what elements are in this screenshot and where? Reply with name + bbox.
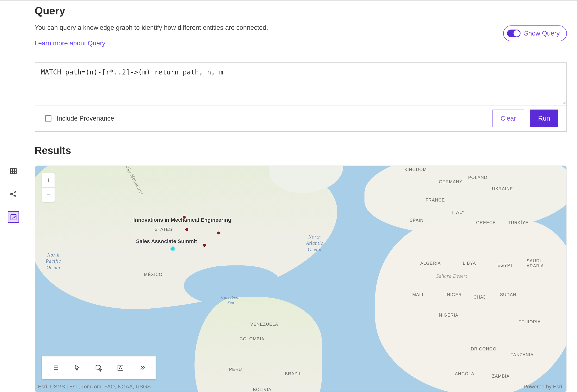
results-title: Results — [35, 145, 567, 156]
country-label: ETHIOPIA — [519, 320, 541, 325]
zoom-control: + − — [42, 173, 55, 202]
map-feature-label[interactable]: Sales Associate Summit — [136, 238, 197, 245]
top-divider — [0, 0, 577, 1]
country-label: VENEZUELA — [250, 322, 278, 327]
country-label: UKRAINE — [492, 186, 513, 192]
map-point[interactable] — [217, 231, 220, 234]
country-label: KINGDOM — [404, 167, 427, 172]
select-rect-icon — [95, 364, 103, 372]
map-edit-icon — [10, 213, 17, 221]
country-label: LIBYA — [463, 261, 476, 266]
table-icon — [10, 167, 17, 175]
page-subtitle: You can query a knowledge graph to ident… — [35, 24, 503, 32]
country-label: ITALY — [452, 210, 465, 215]
query-input[interactable] — [35, 63, 566, 104]
rail-table-view[interactable] — [8, 165, 19, 177]
toolbar-select-polygon-button[interactable] — [114, 361, 127, 374]
country-label: ZAMBIA — [492, 374, 510, 379]
country-label: SPAIN — [410, 218, 424, 223]
select-polygon-icon — [117, 364, 124, 372]
svg-point-6 — [15, 192, 16, 193]
country-label: BRAZIL — [285, 371, 301, 376]
country-label: DR CONGO — [471, 347, 497, 352]
show-query-label: Show Query — [524, 30, 560, 37]
include-provenance-checkbox[interactable] — [45, 115, 51, 122]
country-label: CHAD — [473, 295, 487, 300]
country-label: MALI — [412, 292, 423, 297]
country-label: ANGOLA — [455, 371, 474, 376]
graph-icon — [10, 190, 17, 198]
include-provenance-label: Include Provenance — [57, 115, 114, 122]
svg-line-8 — [12, 192, 15, 194]
country-label: NIGER — [447, 292, 462, 297]
zoom-in-button[interactable]: + — [42, 173, 55, 187]
rail-graph-view[interactable] — [8, 188, 19, 200]
results-map[interactable]: Rocky Mountains NorthPacificOceanNorthAt… — [35, 165, 567, 392]
toolbar-expand-button[interactable] — [136, 361, 149, 374]
resize-grip-icon[interactable] — [562, 101, 566, 104]
svg-point-7 — [15, 195, 16, 197]
country-label: GREECE — [476, 220, 496, 225]
query-panel: Include Provenance Clear Run — [35, 63, 567, 132]
svg-rect-0 — [11, 168, 16, 173]
region-label: Sahara Desert — [436, 273, 467, 279]
country-label: ALGERIA — [420, 261, 441, 266]
map-attribution: Esri, USGS | Esri, TomTom, FAO, NOAA, US… — [38, 384, 151, 390]
country-label: SUDAN — [500, 292, 516, 297]
country-label: TÜRKİYE — [508, 220, 528, 225]
toggle-switch-on[interactable] — [507, 30, 520, 37]
country-label: PERÚ — [229, 367, 242, 372]
country-label: FRANCE — [426, 198, 445, 203]
toolbar-legend-button[interactable] — [49, 361, 62, 374]
map-powered-by: Powered by Esri — [524, 384, 562, 390]
svg-line-9 — [12, 194, 15, 196]
rail-map-view[interactable] — [8, 211, 19, 223]
country-label: MÉXICO — [144, 272, 163, 277]
legend-icon — [51, 364, 59, 372]
map-point[interactable] — [185, 228, 188, 231]
show-query-toggle[interactable]: Show Query — [503, 26, 567, 41]
map-land-africa — [375, 220, 567, 392]
ocean-label: NorthAtlanticOcean — [306, 234, 323, 253]
toolbar-select-rect-button[interactable] — [92, 361, 106, 374]
country-label: BOLIVIA — [253, 387, 271, 392]
view-rail — [4, 165, 23, 223]
svg-point-5 — [11, 193, 12, 195]
ocean-label: NorthPacificOcean — [46, 252, 61, 270]
ocean-label: CaribbeanSea — [221, 295, 241, 305]
run-button[interactable]: Run — [530, 109, 558, 127]
clear-button[interactable]: Clear — [492, 109, 524, 127]
pointer-icon — [73, 364, 81, 372]
map-land-south-america — [194, 297, 322, 392]
country-label: EGYPT — [497, 263, 513, 268]
country-label: SAUDIARABIA — [527, 259, 544, 268]
toolbar-pointer-button[interactable] — [71, 361, 84, 374]
learn-more-link[interactable]: Learn more about Query — [35, 40, 105, 47]
country-label: POLAND — [468, 175, 487, 180]
country-label: GERMANY — [439, 179, 463, 185]
page-title: Query — [35, 5, 567, 17]
map-feature-label[interactable]: Innovations in Mechanical Engineering — [133, 217, 231, 223]
chevron-double-right-icon — [139, 364, 146, 372]
country-label: TANZANIA — [511, 352, 534, 358]
country-label: COLOMBIA — [240, 336, 264, 342]
country-label: NIGERIA — [439, 313, 459, 318]
map-toolbar — [42, 356, 156, 379]
country-label: STATES — [155, 227, 172, 232]
zoom-out-button[interactable]: − — [42, 188, 55, 202]
